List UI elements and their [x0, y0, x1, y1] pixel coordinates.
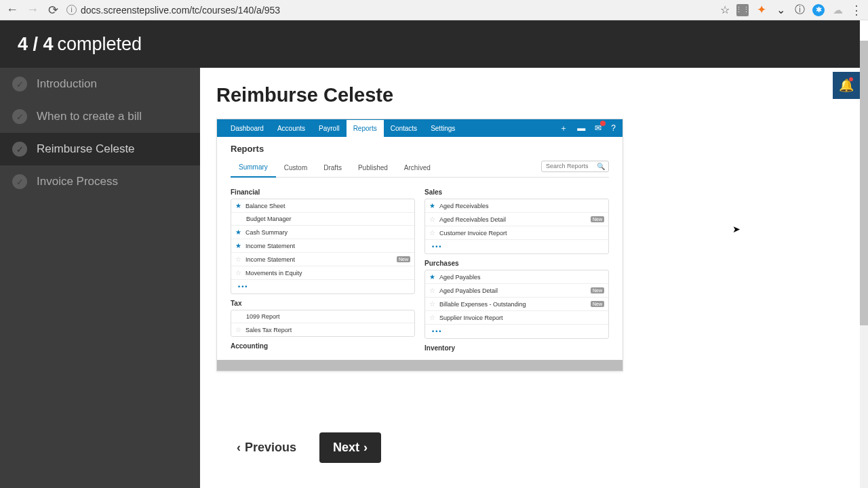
previous-label: Previous — [245, 441, 296, 455]
more-reports[interactable]: ••• — [231, 280, 414, 293]
report-group-title: Financial — [231, 188, 415, 196]
search-input-field[interactable] — [546, 163, 597, 169]
report-item[interactable]: ☆Income StatementNew — [231, 253, 414, 266]
next-label: Next — [333, 441, 359, 455]
browser-toolbar: ← → ⟳ i docs.screenstepslive.com/tc/cour… — [0, 0, 868, 20]
report-item[interactable]: ★Aged Payables — [425, 270, 608, 284]
plus-icon[interactable]: ＋ — [559, 123, 568, 134]
check-icon: ✓ — [12, 142, 27, 157]
more-reports[interactable]: ••• — [425, 240, 608, 253]
chevron-right-icon: › — [363, 441, 368, 455]
report-item[interactable]: Budget Manager — [231, 213, 414, 226]
cloud-icon[interactable]: ☁ — [831, 4, 844, 16]
report-group-title: Sales — [425, 188, 609, 196]
folder-icon[interactable]: ▬ — [577, 123, 585, 133]
reload-icon[interactable]: ⟳ — [46, 3, 60, 18]
notifications-button[interactable]: 🔔 — [833, 72, 860, 99]
app-screenshot: DashboardAccountsPayrollReportsContactsS… — [216, 119, 623, 371]
report-name: Aged Payables Detail — [439, 287, 498, 294]
star-outline-icon[interactable]: ☆ — [429, 314, 435, 321]
report-item[interactable]: ★Income Statement — [231, 239, 414, 253]
report-item[interactable]: ☆Aged Receivables DetailNew — [425, 213, 608, 226]
next-button[interactable]: Next › — [319, 432, 381, 463]
report-item[interactable]: ★Balance Sheet — [231, 199, 414, 213]
app-nav-tab-accounts[interactable]: Accounts — [271, 120, 312, 137]
new-badge: New — [397, 256, 410, 262]
report-name: Aged Receivables Detail — [439, 216, 506, 223]
star-outline-icon[interactable]: ☆ — [429, 229, 435, 237]
scrollbar-thumb[interactable] — [860, 41, 868, 325]
extension-icon[interactable]: ⋮⋮ — [736, 4, 749, 16]
app-nav-tab-payroll[interactable]: Payroll — [312, 120, 347, 137]
star-outline-icon[interactable]: ☆ — [235, 256, 241, 263]
sidebar-item-when-to-create[interactable]: ✓ When to create a bill — [0, 100, 200, 133]
app-nav-tab-dashboard[interactable]: Dashboard — [224, 120, 271, 137]
app-nav-tab-contacts[interactable]: Contacts — [384, 120, 424, 137]
report-name: Income Statement — [245, 243, 295, 249]
report-name: Aged Payables — [439, 274, 481, 281]
report-item[interactable]: ☆Customer Invoice Report — [425, 226, 608, 240]
report-name: Billable Expenses - Outstanding — [439, 301, 526, 308]
report-item[interactable]: ☆Billable Expenses - OutstandingNew — [425, 298, 608, 311]
star-filled-icon[interactable]: ★ — [429, 273, 435, 281]
new-badge: New — [591, 287, 604, 293]
report-subtab-summary[interactable]: Summary — [231, 158, 276, 178]
help-icon[interactable]: ? — [611, 123, 616, 133]
report-subtab-drafts[interactable]: Drafts — [315, 159, 350, 177]
report-group-title: Accounting — [231, 342, 415, 350]
course-progress-header: 4 / 4 completed — [0, 20, 860, 68]
star-outline-icon[interactable]: ☆ — [429, 287, 435, 294]
report-name: Movements in Equity — [245, 270, 302, 277]
sidebar-item-label: Introduction — [37, 77, 97, 91]
check-icon: ✓ — [12, 109, 27, 124]
report-item[interactable]: ☆Supplier Invoice Report — [425, 311, 608, 325]
vertical-scrollbar[interactable] — [860, 41, 868, 488]
forward-icon[interactable]: → — [26, 3, 39, 17]
star-outline-icon[interactable]: ☆ — [429, 216, 435, 223]
star-outline-icon[interactable]: ☆ — [429, 300, 435, 308]
app-nav-tab-reports[interactable]: Reports — [347, 120, 384, 137]
info-extension-icon[interactable]: ⓘ — [793, 4, 806, 16]
star-outline-icon[interactable]: ☆ — [235, 269, 241, 277]
hubspot-icon[interactable]: ✦ — [755, 4, 768, 16]
site-info-icon[interactable]: i — [66, 5, 77, 15]
address-bar[interactable]: i docs.screenstepslive.com/tc/courses/14… — [66, 5, 713, 16]
progress-count: 4 / 4 — [18, 34, 54, 55]
pocket-icon[interactable]: ⌄ — [774, 4, 787, 16]
report-item[interactable]: ★Cash Summary — [231, 226, 414, 239]
back-icon[interactable]: ← — [5, 3, 19, 17]
report-item[interactable]: ☆Aged Payables DetailNew — [425, 284, 608, 298]
previous-button[interactable]: ‹ Previous — [226, 432, 307, 463]
report-item[interactable]: ☆Movements in Equity — [231, 266, 414, 280]
star-filled-icon[interactable]: ★ — [235, 228, 241, 236]
report-group-title: Purchases — [425, 260, 609, 267]
lesson-sidebar: ✓ Introduction ✓ When to create a bill ✓… — [0, 20, 200, 488]
star-filled-icon[interactable]: ★ — [235, 242, 241, 249]
browser-menu-icon[interactable]: ⋮ — [850, 3, 863, 18]
report-subtab-custom[interactable]: Custom — [276, 159, 315, 177]
report-item[interactable]: 1099 Report — [231, 310, 414, 323]
sidebar-item-introduction[interactable]: ✓ Introduction — [0, 68, 200, 100]
app-nav-tab-settings[interactable]: Settings — [424, 120, 462, 137]
extension-blue-icon[interactable]: ✱ — [812, 4, 825, 16]
report-item[interactable]: ★Aged Receivables — [425, 199, 608, 213]
report-item[interactable]: ☆Sales Tax Report — [231, 323, 414, 336]
report-name: Cash Summary — [245, 229, 288, 236]
more-reports[interactable]: ••• — [425, 325, 608, 338]
reports-heading: Reports — [231, 144, 609, 154]
star-filled-icon[interactable]: ★ — [429, 202, 435, 209]
star-filled-icon[interactable]: ★ — [235, 202, 241, 209]
bookmark-star-icon[interactable]: ☆ — [720, 3, 730, 16]
report-subtab-archived[interactable]: Archived — [396, 159, 439, 177]
star-outline-icon[interactable]: ☆ — [235, 326, 241, 333]
sidebar-item-reimburse-celeste[interactable]: ✓ Reimburse Celeste — [0, 133, 200, 165]
mail-icon[interactable]: ✉ — [595, 123, 601, 133]
check-icon: ✓ — [12, 174, 27, 189]
report-name: Customer Invoice Report — [439, 230, 507, 237]
search-reports-input[interactable]: 🔍 — [541, 161, 609, 172]
new-badge: New — [591, 216, 604, 222]
url-text: docs.screenstepslive.com/tc/courses/140/… — [81, 5, 280, 16]
report-name: Balance Sheet — [245, 203, 285, 209]
sidebar-item-invoice-process[interactable]: ✓ Invoice Process — [0, 165, 200, 198]
report-subtab-published[interactable]: Published — [350, 159, 396, 177]
